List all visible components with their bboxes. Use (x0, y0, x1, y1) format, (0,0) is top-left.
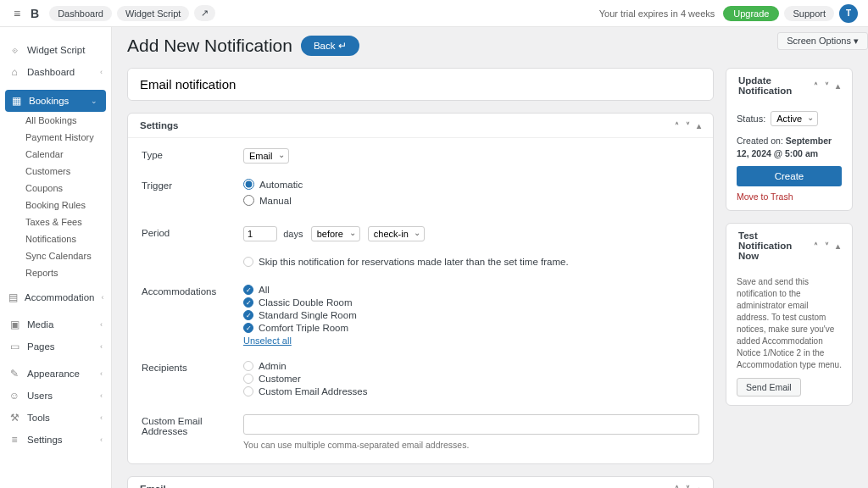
back-button[interactable]: Back ↵ (301, 36, 359, 56)
chevron-icon: ‹ (100, 435, 103, 444)
sidebar-sub-customers[interactable]: Customers (17, 163, 111, 180)
chk-label: Classic Double Room (259, 297, 353, 308)
status-select[interactable]: Active (771, 111, 818, 126)
create-button[interactable]: Create (737, 166, 842, 186)
panel-up-icon[interactable]: ˄ (814, 241, 818, 251)
brand-logo[interactable]: B (31, 7, 39, 20)
settings-panel: Settings ˄ ˅ ▴ Type Email (127, 113, 714, 464)
panel-down-icon[interactable]: ˅ (825, 241, 829, 251)
days-label: days (283, 229, 303, 239)
content-area: Screen Options ▾ Add New Notification Ba… (112, 27, 868, 488)
type-select[interactable]: Email (243, 148, 289, 164)
period-before-select[interactable]: before (311, 226, 360, 241)
custom-email-help: You can use multiple comma-separated ema… (243, 440, 699, 450)
notification-name-input[interactable] (128, 69, 713, 100)
chk-label: Custom Email Addresses (259, 386, 367, 396)
sidebar-sub-booking-rules[interactable]: Booking Rules (17, 197, 111, 214)
sidebar-label: Bookings (29, 96, 69, 106)
pill-widget-script[interactable]: Widget Script (117, 6, 189, 21)
panel-toggle-icon[interactable]: ▴ (836, 81, 840, 91)
send-email-button[interactable]: Send Email (737, 378, 801, 396)
user-icon: ☺ (8, 390, 20, 402)
accom-classic-checkbox[interactable]: ✓ (243, 297, 253, 308)
chk-label: Admin (259, 361, 287, 371)
sidebar-item-settings[interactable]: ≡Settings‹ (0, 429, 111, 451)
calendar-icon: ▦ (10, 95, 22, 107)
chevron-icon: ‹ (100, 413, 103, 422)
sidebar-item-tools[interactable]: ⚒Tools‹ (0, 407, 111, 429)
accom-all-checkbox[interactable]: ✓ (243, 285, 253, 295)
panel-up-icon[interactable]: ˄ (675, 121, 679, 130)
sidebar-item-appearance[interactable]: ✎Appearance‹ (0, 363, 111, 385)
sidebar-item-users[interactable]: ☺Users‹ (0, 385, 111, 407)
rec-customer-checkbox[interactable] (243, 374, 253, 384)
media-icon: ▣ (8, 319, 20, 330)
sidebar-label: Users (27, 391, 53, 401)
notification-name-card (127, 68, 714, 101)
sidebar-item-widget-script[interactable]: ⟐Widget Script (0, 39, 111, 61)
sidebar-sub-reports[interactable]: Reports (17, 264, 111, 281)
sidebar-item-media[interactable]: ▣Media‹ (0, 313, 111, 336)
pages-icon: ▭ (8, 341, 20, 352)
type-label: Type (142, 148, 243, 164)
app-header: ≡ B Dashboard Widget Script ↗ Your trial… (0, 0, 868, 27)
accom-comfort-checkbox[interactable]: ✓ (243, 323, 253, 333)
test-panel: Test Notification Now ˄ ˅ ▴ Save and sen… (726, 223, 853, 406)
period-event-select[interactable]: check-in (368, 226, 425, 241)
panel-down-icon[interactable]: ˅ (825, 81, 829, 91)
avatar[interactable]: T (839, 4, 858, 23)
sidebar-item-bookings[interactable]: ▦Bookings⌄ (5, 90, 106, 112)
panel-toggle-icon[interactable]: ▴ (697, 121, 701, 130)
chk-label: All (259, 285, 270, 295)
screen-options-button[interactable]: Screen Options ▾ (777, 32, 868, 50)
move-to-trash-link[interactable]: Move to Trash (737, 191, 793, 202)
skip-label: Skip this notification for reservations … (259, 257, 569, 267)
sidebar-sub-all-bookings[interactable]: All Bookings (17, 112, 111, 129)
radio-label: Manual (259, 196, 292, 206)
chk-label: Comfort Triple Room (259, 323, 348, 333)
sidebar-item-dashboard[interactable]: ⌂Dashboard‹ (0, 61, 111, 83)
period-label: Period (142, 226, 243, 241)
panel-up-icon[interactable]: ˄ (814, 81, 818, 91)
trigger-manual-radio[interactable] (243, 195, 254, 206)
panel-title: Test Notification Now (738, 230, 814, 261)
sidebar-label: Appearance (27, 369, 80, 379)
panel-down-icon[interactable]: ˅ (686, 485, 690, 489)
unselect-all-link[interactable]: Unselect all (243, 336, 292, 346)
sidebar-label: Accommodation (25, 292, 94, 302)
sidebar-sub-sync-calendars[interactable]: Sync Calendars (17, 247, 111, 264)
trigger-automatic-radio[interactable] (243, 179, 254, 190)
external-link-icon[interactable]: ↗ (194, 5, 215, 21)
rec-custom-checkbox[interactable] (243, 386, 253, 396)
chk-label: Standard Single Room (259, 310, 357, 320)
panel-up-icon[interactable]: ˄ (675, 485, 679, 489)
support-button[interactable]: Support (784, 6, 834, 21)
test-help-text: Save and send this notification to the a… (737, 276, 842, 371)
hamburger-icon[interactable]: ≡ (10, 7, 24, 20)
house-icon: ▤ (8, 291, 18, 303)
custom-email-input[interactable] (243, 414, 699, 435)
page-title: Add New Notification (127, 36, 292, 56)
pill-dashboard[interactable]: Dashboard (49, 6, 112, 21)
sidebar-item-accommodation[interactable]: ▤Accommodation‹ (0, 286, 111, 308)
sidebar-label: Dashboard (27, 67, 75, 77)
trigger-label: Trigger (142, 179, 243, 211)
chevron-icon: ‹ (100, 68, 103, 76)
sidebar-sub-calendar[interactable]: Calendar (17, 146, 111, 163)
sidebar-submenu: All Bookings Payment History Calendar Cu… (0, 112, 111, 281)
panel-down-icon[interactable]: ˅ (686, 121, 690, 130)
period-number-input[interactable] (243, 226, 277, 241)
upgrade-button[interactable]: Upgrade (723, 6, 779, 21)
sidebar-sub-payment-history[interactable]: Payment History (17, 129, 111, 146)
sidebar-sub-notifications[interactable]: Notifications (17, 230, 111, 247)
sidebar-sub-coupons[interactable]: Coupons (17, 180, 111, 197)
accom-standard-checkbox[interactable]: ✓ (243, 310, 253, 320)
sidebar-label: Widget Script (27, 45, 85, 55)
sidebar-sub-taxes-fees[interactable]: Taxes & Fees (17, 214, 111, 230)
skip-checkbox[interactable] (243, 257, 253, 267)
rec-admin-checkbox[interactable] (243, 361, 253, 371)
panel-title: Update Notification (738, 75, 814, 96)
sidebar-item-pages[interactable]: ▭Pages‹ (0, 336, 111, 358)
panel-toggle-icon[interactable]: ▴ (697, 485, 701, 489)
panel-toggle-icon[interactable]: ▴ (836, 241, 840, 251)
